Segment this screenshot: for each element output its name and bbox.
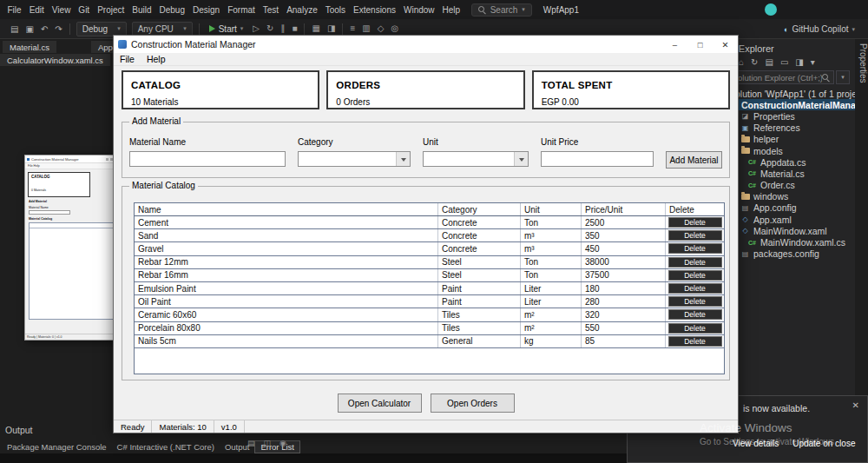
delete-button[interactable]: Delete xyxy=(668,283,722,294)
header-price-unit[interactable]: Price/Unit xyxy=(582,203,666,215)
find-icon[interactable]: ≡ xyxy=(346,23,358,35)
unit-field: Unit xyxy=(423,137,529,167)
show-all-files-icon[interactable]: ▤ xyxy=(764,57,773,67)
menu-item-tools[interactable]: Tools xyxy=(321,3,349,17)
bottom-tab-c-interactive-net-core[interactable]: C# Interactive (.NET Core) xyxy=(112,441,220,453)
cell-unit: m³ xyxy=(521,229,582,241)
cell-name: Cement xyxy=(135,216,438,228)
header-name[interactable]: Name xyxy=(135,203,438,215)
app-titlebar[interactable]: Construction Material Manager – □ ✕ xyxy=(114,36,738,53)
new-file-icon[interactable]: ▤ xyxy=(7,24,22,34)
category-dropdown[interactable] xyxy=(298,151,411,167)
window-panel-icon[interactable]: ◫ xyxy=(264,439,272,447)
target-icon[interactable]: ◎ xyxy=(387,23,402,35)
delete-button[interactable]: Delete xyxy=(668,309,722,320)
close-icon[interactable]: ✕ xyxy=(852,400,859,410)
cell-delete: Delete xyxy=(666,269,724,281)
show-output-icon[interactable]: ▦ xyxy=(308,23,323,35)
solution-configurations-icon[interactable]: ◨ xyxy=(324,23,339,35)
unit-price-input[interactable] xyxy=(541,151,654,167)
bottom-tab-package-manager-console[interactable]: Package Manager Console xyxy=(2,441,112,453)
delete-button[interactable]: Delete xyxy=(668,296,722,307)
cell-name: Rebar 12mm xyxy=(135,256,438,268)
delete-button[interactable]: Delete xyxy=(668,217,722,228)
header-delete[interactable]: Delete xyxy=(666,203,724,215)
redo-icon[interactable]: ↷ xyxy=(51,24,65,34)
chevron-down-icon: ▾ xyxy=(117,25,121,32)
break-all-icon[interactable]: ∥ xyxy=(277,23,288,35)
configuration-dropdown[interactable]: Debug ▾ xyxy=(76,22,127,36)
table-row: GravelConcretem³450Delete xyxy=(135,242,724,255)
menu-item-file[interactable]: File xyxy=(3,3,25,17)
header-category[interactable]: Category xyxy=(438,203,521,215)
menu-item-design[interactable]: Design xyxy=(188,3,223,17)
platform-dropdown[interactable]: Any CPU ▾ xyxy=(132,22,193,36)
cell-category: Concrete xyxy=(438,216,521,228)
menu-item-git[interactable]: Git xyxy=(75,3,94,17)
menu-item-project[interactable]: Project xyxy=(94,3,128,17)
cell-category: Tiles xyxy=(438,322,521,334)
delete-button[interactable]: Delete xyxy=(668,230,722,241)
properties-vertical-tab[interactable]: Properties xyxy=(858,43,868,83)
menu-item-debug[interactable]: Debug xyxy=(155,3,188,17)
maximize-button[interactable]: □ xyxy=(687,36,713,53)
more-icon[interactable]: ▾ xyxy=(810,57,816,67)
menu-item-extensions[interactable]: Extensions xyxy=(350,3,400,17)
collapse-all-icon[interactable]: ▭ xyxy=(779,57,789,67)
menu-item-edit[interactable]: Edit xyxy=(25,3,48,17)
search-options-button[interactable]: ▾ xyxy=(836,70,850,84)
delete-button[interactable]: Delete xyxy=(668,270,722,281)
grid-panel-icon[interactable]: ▤ xyxy=(247,439,255,447)
material-name-input[interactable] xyxy=(129,151,286,167)
open-calculator-button[interactable]: Open Calculator xyxy=(338,394,422,413)
app-preview-thumbnail[interactable]: Construction Material Manager File Help … xyxy=(24,155,120,341)
close-button[interactable]: ✕ xyxy=(713,36,738,53)
menu-item-help[interactable]: Help xyxy=(141,54,172,64)
menu-item-build[interactable]: Build xyxy=(128,3,155,17)
delete-button[interactable]: Delete xyxy=(668,336,722,347)
undo-icon[interactable]: ↶ xyxy=(37,24,51,34)
thumbnail-card-subtitle: 0 Materials xyxy=(31,189,46,192)
cell-category: Steel xyxy=(438,269,521,281)
stop-icon[interactable]: ■ xyxy=(288,23,300,35)
editor-tab-material-cs[interactable]: Material.cs xyxy=(3,41,56,53)
cell-price: 38000 xyxy=(582,256,666,268)
properties-panel-icon[interactable]: ◨ xyxy=(794,57,804,67)
header-unit[interactable]: Unit xyxy=(521,203,582,215)
menu-item-help[interactable]: Help xyxy=(438,3,464,17)
hot-reload-icon[interactable]: ↻ xyxy=(263,23,277,35)
add-material-button[interactable]: Add Material xyxy=(666,151,722,169)
menu-item-analyze[interactable]: Analyze xyxy=(283,3,322,17)
copilot-label: GitHub Copilot xyxy=(792,24,848,34)
cell-price: 350 xyxy=(582,229,666,241)
delete-button[interactable]: Delete xyxy=(668,257,722,268)
delete-button[interactable]: Delete xyxy=(668,323,722,334)
refresh-icon[interactable]: ↻ xyxy=(750,57,759,67)
tree-item-label: windows xyxy=(753,191,788,202)
materials-table: NameCategoryUnitPrice/UnitDelete CementC… xyxy=(134,202,725,374)
editor-layout-icon[interactable]: ▥ xyxy=(358,23,373,35)
cell-unit: kg xyxy=(521,335,582,347)
account-avatar[interactable] xyxy=(765,3,777,16)
notifications-icon[interactable]: ◉ xyxy=(279,439,286,447)
vs-search-box[interactable]: Search ▾ xyxy=(471,3,532,17)
delete-button[interactable]: Delete xyxy=(668,243,722,254)
field-label: Unit Price xyxy=(541,137,654,147)
start-without-debugging-icon[interactable]: ▷ xyxy=(249,23,263,35)
save-icon[interactable]: ▣ xyxy=(22,24,36,34)
menu-item-window[interactable]: Window xyxy=(400,3,439,17)
menu-item-format[interactable]: Format xyxy=(224,3,260,17)
home-icon[interactable]: ⌂ xyxy=(738,57,745,67)
github-copilot-button[interactable]: ◐ GitHub Copilot ▾ xyxy=(784,24,855,34)
folder-icon xyxy=(740,135,751,144)
compare-icon[interactable]: ◇ xyxy=(374,23,388,35)
menu-item-view[interactable]: View xyxy=(48,3,75,17)
vs-window-title: WpfApp1 xyxy=(543,5,579,15)
unit-dropdown[interactable] xyxy=(423,151,529,167)
play-icon xyxy=(209,25,215,32)
editor-tab-calculatorwindow-xaml-cs[interactable]: CalculatorWindow.xaml.cs xyxy=(0,54,110,66)
menu-item-test[interactable]: Test xyxy=(259,3,282,17)
minimize-button[interactable]: – xyxy=(662,36,687,53)
open-orders-button[interactable]: Open Orders xyxy=(431,394,515,413)
menu-item-file[interactable]: File xyxy=(114,54,141,64)
